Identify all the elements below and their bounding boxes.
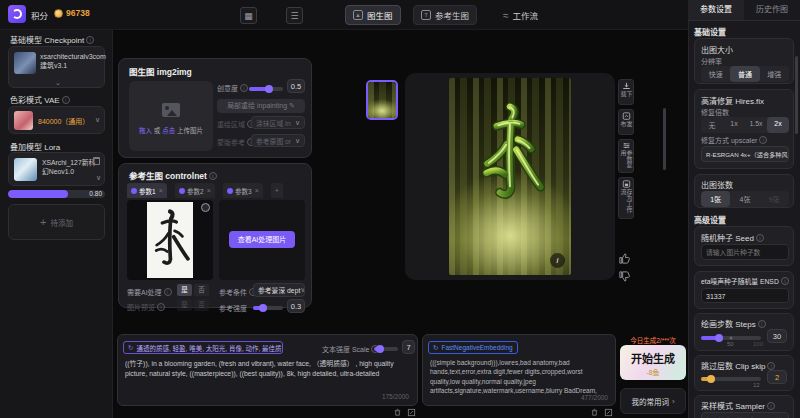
controlnet-source-image[interactable] — [147, 202, 193, 278]
result-thumbnail[interactable] — [366, 80, 398, 120]
preview-yes[interactable]: 是 — [177, 299, 192, 311]
clear-positive-icon[interactable] — [393, 408, 402, 417]
count-1[interactable]: 1张 — [701, 191, 730, 207]
close-icon[interactable]: × — [255, 187, 259, 194]
ensd-input[interactable]: 31337 — [701, 288, 789, 303]
add-lora-button[interactable]: + 待添加 — [8, 204, 105, 240]
clip-skip-slider[interactable] — [701, 377, 761, 381]
chevron-down-icon[interactable]: ∨ — [96, 174, 101, 182]
steps-slider[interactable] — [701, 336, 761, 340]
close-icon[interactable]: × — [207, 187, 211, 194]
params-scrollbar[interactable] — [795, 56, 798, 134]
ref-strength-value[interactable]: 0.3 — [287, 299, 305, 313]
positive-prompt-text[interactable]: ((竹子)), in a blooming garden, (fresh and… — [125, 359, 413, 393]
params-tab-history[interactable]: 历史作图 — [744, 0, 800, 20]
collapse-icon[interactable]: ⌄ — [55, 79, 61, 87]
tab-workflow[interactable]: ≈ 工作流 — [496, 5, 545, 25]
image-info-icon[interactable]: i — [550, 253, 565, 268]
generated-image[interactable]: i — [449, 78, 571, 275]
denoise-value[interactable]: 0.5 — [287, 79, 305, 93]
checkpoint-card[interactable]: xsarchitecturalv3com建筑v3.1 ⌄ — [8, 46, 105, 88]
publish-button[interactable]: 发布 — [618, 109, 634, 135]
scale-slider[interactable] — [374, 347, 398, 351]
grid-view-icon[interactable]: ▦ — [240, 7, 257, 24]
denoise-slider[interactable] — [249, 87, 283, 91]
generate-button-label: 开始生成 — [620, 350, 686, 366]
plus-icon: + — [40, 216, 46, 228]
info-icon: i — [781, 277, 789, 285]
mask-ref-dropdown[interactable]: 参考原图 or∨ — [251, 134, 305, 147]
refresh-icon[interactable]: ↻ — [128, 344, 133, 352]
lora-weight-slider[interactable]: 0.80 — [8, 190, 105, 198]
image-preview-toggle[interactable]: 是 否 — [177, 299, 209, 311]
hires-1x[interactable]: 1x — [723, 117, 745, 133]
edit-icon: ✎ — [289, 102, 295, 109]
publish-label: 发布 — [620, 121, 632, 132]
expand-positive-icon[interactable] — [407, 408, 416, 417]
count-9[interactable]: 9张 — [760, 191, 789, 207]
inpainting-button[interactable]: 局部重绘 inpainting ✎ — [217, 99, 305, 113]
ref-strength-slider[interactable] — [253, 306, 283, 310]
res-fast[interactable]: 快速 — [701, 66, 730, 82]
ai-process-no[interactable]: 否 — [194, 284, 209, 296]
steps-title: 绘画步数 Stepsi — [701, 318, 766, 329]
menu-icon[interactable]: ☰ — [286, 7, 303, 24]
seed-input[interactable] — [701, 244, 789, 260]
expand-negative-icon[interactable] — [604, 408, 613, 417]
tab-reference[interactable]: T 参考生图 — [413, 5, 477, 25]
info-icon: i — [157, 303, 165, 311]
grid-glyph: ▦ — [244, 11, 253, 21]
params-tab-settings[interactable]: 参数设置 — [688, 0, 744, 20]
scale-value[interactable]: 7 — [402, 340, 415, 354]
reuse-params-button[interactable]: 参数复用 — [618, 139, 634, 173]
controlnet-tab-3[interactable]: 参数3× — [223, 183, 263, 198]
controlnet-add-tab[interactable]: + — [271, 183, 283, 198]
size-title: 出图大小 — [701, 44, 733, 55]
download-button[interactable]: 下载 — [618, 79, 634, 105]
negative-embedding-pill[interactable]: ↻ FastNegativeEmbedding — [428, 341, 518, 354]
controlnet-tab-2[interactable]: 参数2× — [175, 183, 215, 198]
vae-card[interactable]: 840000（通用） ∨ — [8, 106, 105, 134]
controlnet-result-box: 查看AI处理图片 — [219, 200, 305, 280]
negative-prompt-text[interactable]: (((simple background))),lowres,bad anato… — [430, 358, 610, 398]
res-normal[interactable]: 普通 — [730, 66, 759, 82]
generate-button[interactable]: 开始生成 -8鱼 — [620, 345, 686, 380]
redraw-area-dropdown[interactable]: 涂抹区域 In∨ — [251, 116, 305, 129]
steps-value[interactable]: 30 — [767, 329, 787, 343]
thumbs-down-icon[interactable] — [618, 270, 631, 283]
hires-none[interactable]: 无 — [701, 117, 723, 133]
scale-label: 文本强度 Scalei — [322, 344, 379, 354]
hires-2x[interactable]: 2x — [767, 117, 789, 133]
res-enhanced[interactable]: 增强 — [760, 66, 789, 82]
thumbs-up-icon[interactable] — [618, 252, 631, 265]
controlnet-tab-1[interactable]: 参数1× — [127, 183, 167, 198]
my-words-button[interactable]: 我的常用词 › — [620, 388, 686, 414]
upload-dropzone[interactable]: 拖入 或 点击 上传图片 — [129, 81, 213, 151]
target-icon[interactable] — [201, 203, 210, 212]
chevron-down-icon[interactable]: ∨ — [95, 116, 100, 124]
ai-process-toggle[interactable]: 是 否 — [177, 284, 209, 296]
info-icon: i — [756, 234, 764, 242]
count-4[interactable]: 4张 — [730, 191, 759, 207]
save-workflow-label: 存为工作流 — [620, 189, 632, 216]
close-icon[interactable]: × — [159, 187, 163, 194]
tab-img2img[interactable]: ▲ 图生图 — [345, 5, 401, 25]
save-workflow-button[interactable]: 存为工作流 — [618, 177, 634, 219]
reference-tab-icon: T — [421, 10, 431, 20]
lora-card[interactable]: XSArchi_127新科幻Neov1.0 ∨ — [8, 152, 105, 186]
delete-icon[interactable] — [93, 157, 100, 165]
refresh-icon[interactable]: ↻ — [433, 344, 438, 352]
sampler-dropdown[interactable]: 复合扩散采样方式，最灵活的（DP∨ — [701, 412, 789, 418]
view-ai-image-button[interactable]: 查看AI处理图片 — [229, 231, 295, 248]
preset-tags-pill[interactable]: ↻ 通透的质感, 轻盈, 唯美, 太阳光, 肖像, 动作, 最佳质量 — [123, 341, 283, 354]
add-lora-label: 待添加 — [50, 217, 73, 228]
hires-15x[interactable]: 1.5x — [745, 117, 767, 133]
img2img-tab-icon: ▲ — [353, 10, 363, 20]
canvas-scrollbar[interactable] — [663, 108, 666, 170]
ai-process-yes[interactable]: 是 — [177, 284, 192, 296]
preview-no[interactable]: 否 — [194, 299, 209, 311]
ref-condition-dropdown[interactable]: 参考景深 dept∨ — [253, 283, 305, 297]
clear-negative-icon[interactable] — [590, 408, 599, 417]
clip-skip-value[interactable]: 2 — [767, 370, 787, 384]
upscaler-dropdown[interactable]: R-ESRGAN 4x+（适合多种风∨ — [701, 146, 789, 162]
